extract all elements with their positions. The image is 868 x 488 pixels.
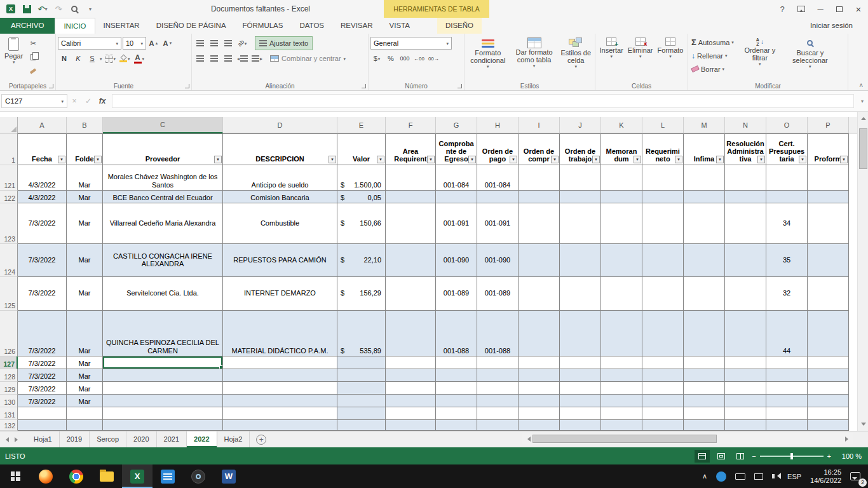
cell-I124[interactable] bbox=[519, 244, 560, 277]
underline-button[interactable]: S bbox=[86, 52, 98, 65]
filter-button-H[interactable]: ▼ bbox=[510, 156, 517, 163]
sheet-tab-2020[interactable]: 2020 bbox=[126, 431, 156, 447]
header-cell-A1[interactable]: Fecha▼ bbox=[18, 133, 67, 165]
align-top-button[interactable] bbox=[194, 37, 207, 50]
column-header-C[interactable]: C bbox=[103, 117, 223, 133]
row-header-127[interactable]: 127 bbox=[0, 356, 18, 369]
chevron-down-icon[interactable]: ▾ bbox=[100, 57, 102, 61]
cell-N128[interactable] bbox=[725, 369, 766, 382]
decrease-indent-button[interactable]: ◂ bbox=[236, 52, 249, 65]
cell-J125[interactable] bbox=[560, 277, 601, 311]
zoom-slider-thumb[interactable] bbox=[790, 453, 793, 459]
filter-button-D[interactable]: ▼ bbox=[329, 156, 336, 163]
cell-I125[interactable] bbox=[519, 277, 560, 311]
cell-J130[interactable] bbox=[560, 395, 601, 407]
cell-M125[interactable] bbox=[684, 277, 725, 311]
align-middle-button[interactable] bbox=[208, 37, 220, 50]
column-header-I[interactable]: I bbox=[519, 117, 560, 133]
cell-K131[interactable] bbox=[601, 407, 642, 420]
insert-function-icon[interactable]: fx bbox=[95, 94, 109, 108]
cell-H128[interactable] bbox=[477, 369, 519, 382]
close-icon[interactable]: × bbox=[849, 0, 868, 18]
cell-N129[interactable] bbox=[725, 382, 766, 395]
cell-C131[interactable] bbox=[103, 407, 223, 420]
header-cell-O1[interactable]: Cert. Presupues taria▼ bbox=[766, 133, 808, 165]
view-page-layout-button[interactable] bbox=[714, 450, 729, 463]
cell-F129[interactable] bbox=[386, 382, 436, 395]
row-header-130[interactable]: 130 bbox=[0, 395, 18, 407]
cell-I121[interactable] bbox=[519, 165, 560, 191]
cell-D125[interactable]: INTERNET DEMARZO bbox=[223, 277, 337, 311]
cell-G131[interactable] bbox=[436, 407, 477, 420]
scroll-down-icon[interactable] bbox=[858, 420, 868, 431]
align-left-button[interactable] bbox=[194, 52, 207, 65]
cell-H126[interactable]: 001-088 bbox=[477, 311, 519, 356]
minimize-icon[interactable]: ─ bbox=[811, 0, 830, 18]
column-header-H[interactable]: H bbox=[477, 117, 519, 133]
cell-M122[interactable] bbox=[684, 191, 725, 203]
cell-I132[interactable] bbox=[519, 420, 560, 431]
cell-M130[interactable] bbox=[684, 395, 725, 407]
header-cell-C1[interactable]: Proveedor▼ bbox=[103, 133, 223, 165]
cell-O128[interactable] bbox=[766, 369, 808, 382]
cell-H123[interactable]: 001-091 bbox=[477, 203, 519, 244]
cell-N125[interactable] bbox=[725, 277, 766, 311]
decrease-decimal-button[interactable]: 00→ bbox=[427, 52, 440, 65]
cell-D131[interactable] bbox=[223, 407, 337, 420]
column-header-N[interactable]: N bbox=[725, 117, 766, 133]
column-header-L[interactable]: L bbox=[642, 117, 684, 133]
cell-B122[interactable]: Mar bbox=[67, 191, 103, 203]
zoom-slider[interactable] bbox=[760, 456, 824, 457]
cell-P125[interactable] bbox=[808, 277, 849, 311]
filter-button-F[interactable]: ▼ bbox=[427, 156, 435, 163]
cell-P129[interactable] bbox=[808, 382, 849, 395]
scroll-up-icon[interactable] bbox=[858, 112, 868, 123]
fill-button[interactable]: ↓Rellenar▾ bbox=[690, 49, 735, 62]
cell-E123[interactable]: $150,66 bbox=[337, 203, 386, 244]
row-header-125[interactable]: 125 bbox=[0, 277, 18, 311]
cell-N121[interactable] bbox=[725, 165, 766, 191]
enter-icon[interactable]: ✓ bbox=[81, 94, 95, 108]
header-cell-L1[interactable]: Requerimi neto▼ bbox=[642, 133, 684, 165]
sheet-tab-2021[interactable]: 2021 bbox=[157, 431, 187, 447]
cell-K129[interactable] bbox=[601, 382, 642, 395]
cell-K122[interactable] bbox=[601, 191, 642, 203]
filter-button-O[interactable]: ▼ bbox=[799, 156, 806, 163]
accounting-format-button[interactable]: $▾ bbox=[370, 52, 383, 65]
select-all-corner[interactable] bbox=[0, 117, 18, 133]
column-header-E[interactable]: E bbox=[337, 117, 386, 133]
cell-I130[interactable] bbox=[519, 395, 560, 407]
percent-format-button[interactable]: % bbox=[384, 52, 397, 65]
header-cell-I1[interactable]: Orden de compr▼ bbox=[519, 133, 560, 165]
clock[interactable]: 16:2514/6/2022 bbox=[806, 464, 846, 488]
ribbon-tab-archivo[interactable]: ARCHIVO bbox=[0, 18, 55, 34]
collapse-ribbon-icon[interactable]: ˄ bbox=[859, 82, 863, 89]
cell-A131[interactable] bbox=[18, 407, 67, 420]
taskbar-firefox-button[interactable] bbox=[31, 464, 61, 488]
cell-L129[interactable] bbox=[642, 382, 684, 395]
increase-font-button[interactable]: A▲ bbox=[147, 37, 160, 50]
cell-H124[interactable]: 001-090 bbox=[477, 244, 519, 277]
cell-N131[interactable] bbox=[725, 407, 766, 420]
cell-H127[interactable] bbox=[477, 356, 519, 369]
cell-N123[interactable] bbox=[725, 203, 766, 244]
cell-K132[interactable] bbox=[601, 420, 642, 431]
font-name-select[interactable]: Calibri▾ bbox=[58, 37, 121, 50]
cell-A121[interactable]: 4/3/2022 bbox=[18, 165, 67, 191]
format-painter-button[interactable] bbox=[27, 65, 39, 78]
cell-I123[interactable] bbox=[519, 203, 560, 244]
header-cell-D1[interactable]: DESCRIPCION▼ bbox=[223, 133, 337, 165]
cell-G127[interactable] bbox=[436, 356, 477, 369]
help-icon[interactable]: ? bbox=[773, 0, 792, 18]
search-icon[interactable] bbox=[69, 3, 80, 15]
cell-J126[interactable] bbox=[560, 311, 601, 356]
paste-button[interactable]: Pegar ▾ bbox=[2, 36, 25, 80]
taskbar-chrome-button[interactable] bbox=[61, 464, 92, 488]
cell-C121[interactable]: Morales Chávez Washington de los Santos bbox=[103, 165, 223, 191]
ribbon-tab-inicio[interactable]: INICIO bbox=[55, 18, 95, 34]
cell-A124[interactable]: 7/3/2022 bbox=[18, 244, 67, 277]
cell-F124[interactable] bbox=[386, 244, 436, 277]
cell-M129[interactable] bbox=[684, 382, 725, 395]
cell-N132[interactable] bbox=[725, 420, 766, 431]
cell-C124[interactable]: CASTILLO CONGACHA IRENE ALEXANDRA bbox=[103, 244, 223, 277]
